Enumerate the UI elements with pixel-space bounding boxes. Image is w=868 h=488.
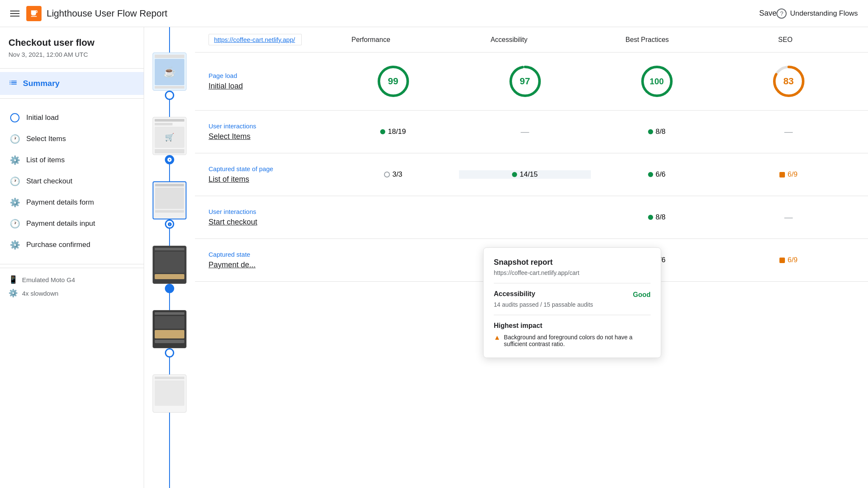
dash-score: — — [521, 127, 529, 137]
score-cell-seo-5: 6/9 — [723, 256, 854, 264]
device-label: Emulated Moto G4 — [22, 276, 75, 283]
warning-icon: ▲ — [494, 334, 501, 341]
score-cell-perf-4 — [327, 213, 459, 222]
tooltip-a11y-value: Good — [633, 291, 651, 299]
main-layout: Checkout user flow Nov 3, 2021, 12:00 AM… — [0, 27, 868, 488]
score-cell-perf-2: 18/19 — [327, 127, 459, 137]
scores-row-3: 3/3 14/15 6/6 — [327, 170, 854, 179]
section-inner-3: Captured state of page List of items 3/3 — [195, 153, 868, 196]
sidebar-item-label: Start checkout — [26, 177, 72, 186]
pill-value-5: 6/6 — [656, 170, 666, 179]
performance-label: Performance — [302, 36, 440, 44]
green-dot-2 — [648, 129, 653, 134]
scores-row: 99 97 — [327, 64, 854, 98]
sidebar-item-payment-input[interactable]: 🕐 Payment details input — [0, 213, 144, 234]
snapshot-icon: ⚙️ — [10, 155, 19, 165]
pill-6-6: 6/6 — [648, 170, 666, 179]
pill-8-8: 8/8 — [648, 128, 666, 136]
category-header: https://coffee-cart.netlify.app/ Perform… — [195, 27, 868, 53]
dash-score-3: — — [785, 213, 793, 222]
section-name[interactable]: Initial load — [209, 82, 327, 91]
score-cell-a11y-2: — — [459, 127, 591, 137]
timeline-node-3 — [165, 219, 174, 229]
section-name-4[interactable]: Start checkout — [209, 218, 327, 227]
pill-value-2: 8/8 — [656, 128, 666, 136]
content-area: ☕ 🛒 — [144, 27, 868, 488]
timeline-node-2 — [165, 155, 174, 164]
clock-icon: 🕐 — [10, 134, 19, 144]
timeline-column: ☕ 🛒 — [144, 27, 195, 488]
sidebar-items-list: Initial load 🕐 Select Items ⚙️ List of i… — [0, 102, 144, 261]
sidebar-item-label: Initial load — [26, 114, 59, 122]
sidebar-item-label: Select Items — [26, 135, 66, 143]
tooltip-title: Snapshot report — [494, 258, 651, 267]
sidebar-item-start-checkout[interactable]: 🕐 Start checkout — [0, 171, 144, 192]
accessibility-label: Accessibility — [440, 36, 578, 44]
tooltip: Snapshot report https://coffee-cart.netl… — [483, 247, 661, 358]
green-dot-4 — [648, 172, 653, 177]
section-select-items: User interactions Select Items 18/19 — — [195, 111, 868, 153]
top-header: Lighthouse User Flow Report Save ? Under… — [0, 0, 868, 27]
sidebar-footer-divider — [0, 264, 144, 264]
sidebar-item-initial-load[interactable]: Initial load — [0, 107, 144, 128]
list-icon — [8, 78, 18, 89]
score-cell-a11y-3: 14/15 — [459, 170, 591, 179]
score-cell-bp-4: 8/8 — [591, 213, 723, 222]
timeline-node-1 — [165, 91, 174, 100]
section-name-2[interactable]: Select Items — [209, 132, 327, 141]
section-name-5[interactable]: Payment de... — [209, 261, 327, 269]
site-url[interactable]: https://coffee-cart.netlify.app/ — [209, 34, 302, 45]
section-inner: Page load Initial load 99 — [195, 53, 868, 110]
sidebar-divider — [0, 68, 144, 69]
orange-square-dot-2 — [779, 258, 785, 263]
thumbnail-5 — [153, 310, 186, 348]
slowdown-label: 4x slowdown — [22, 290, 58, 297]
score-cell-seo-3: 6/9 — [723, 170, 854, 179]
thumbnail-3 — [153, 181, 186, 219]
thumbnail-1: ☕ — [153, 53, 186, 91]
main-panel: https://coffee-cart.netlify.app/ Perform… — [195, 27, 868, 488]
menu-button[interactable] — [10, 11, 19, 17]
score-cell-perf: 99 — [327, 64, 459, 98]
section-initial-load: Page load Initial load 99 — [195, 53, 868, 111]
scores-row-2: 18/19 — 8/8 — — [327, 127, 854, 137]
sidebar-item-select-items[interactable]: 🕐 Select Items — [0, 128, 144, 150]
phone-icon: 📱 — [8, 275, 18, 284]
score-cell-seo: 83 — [723, 64, 854, 98]
tooltip-impact-title: Highest impact — [494, 322, 651, 330]
score-cell-seo-2: — — [723, 127, 854, 137]
summary-nav-item[interactable]: Summary — [0, 72, 144, 95]
save-button[interactable]: Save — [759, 9, 776, 18]
score-circle-100: 100 — [640, 64, 674, 98]
timeline-node-5 — [165, 348, 174, 358]
sidebar-item-list-of-items[interactable]: ⚙️ List of items — [0, 150, 144, 171]
timeline-node-4 — [165, 284, 174, 293]
scores-row-4: 8/8 — — [327, 213, 854, 222]
pill-3-3: 3/3 — [384, 170, 403, 179]
pill-8-8-2: 8/8 — [648, 213, 666, 222]
flow-date: Nov 3, 2021, 12:00 AM UTC — [8, 51, 135, 58]
clock-icon-2: 🕐 — [10, 177, 19, 186]
page-title: Lighthouse User Flow Report — [47, 8, 749, 19]
sidebar-item-label: Purchase confirmed — [26, 241, 90, 249]
section-name-3[interactable]: List of items — [209, 175, 327, 184]
seo-label: SEO — [716, 36, 854, 44]
device-info: 📱 Emulated Moto G4 — [8, 275, 135, 284]
section-type-4: User interactions — [209, 208, 327, 215]
section-type: Page load — [209, 72, 327, 79]
score-cell-bp-2: 8/8 — [591, 127, 723, 137]
sidebar-item-payment-form[interactable]: ⚙️ Payment details form — [0, 192, 144, 213]
understanding-flows-link[interactable]: ? Understanding Flows — [776, 8, 858, 19]
tooltip-a11y-header: Accessibility Good — [494, 290, 651, 299]
tooltip-url: https://coffee-cart.netlify.app/cart — [494, 269, 651, 283]
pill-6-9: 6/9 — [779, 170, 798, 179]
sidebar: Checkout user flow Nov 3, 2021, 12:00 AM… — [0, 27, 144, 488]
pill-value-7: 8/8 — [656, 213, 666, 222]
thumbnail-6 — [153, 374, 186, 413]
sidebar-item-purchase-confirmed[interactable]: ⚙️ Purchase confirmed — [0, 234, 144, 255]
score-cell-perf-3: 3/3 — [327, 170, 459, 179]
snapshot-icon-2: ⚙️ — [10, 198, 19, 207]
circle-icon — [10, 113, 19, 122]
timeline-items: ☕ 🛒 — [144, 27, 195, 413]
pill-value: 18/19 — [388, 128, 406, 136]
